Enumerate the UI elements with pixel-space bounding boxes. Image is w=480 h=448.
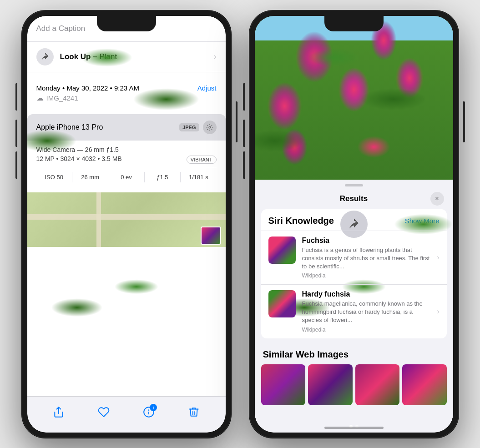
fuchsia-name: Fuchsia bbox=[302, 237, 430, 245]
knowledge-item-fuchsia[interactable]: Fuchsia Fuchsia is a genus of flowering … bbox=[261, 231, 447, 285]
toolbar: i bbox=[27, 396, 226, 433]
phone-1: Add a Caption Look Up – Plant › bbox=[22, 10, 231, 438]
hardy-thumbnail bbox=[268, 290, 296, 317]
fuchsia-chevron-icon: › bbox=[437, 253, 439, 262]
knowledge-item-hardy[interactable]: Hardy fuchsia Fuchsia magellanica, commo… bbox=[261, 284, 447, 338]
phone-2: Results × Siri Knowledge Show More bbox=[249, 10, 459, 438]
info-button[interactable]: i bbox=[139, 402, 159, 422]
hardy-desc: Fuchsia magellanica, commonly known as t… bbox=[302, 300, 430, 325]
share-button[interactable] bbox=[49, 402, 69, 422]
fuchsia-desc: Fuchsia is a genus of flowering plants t… bbox=[302, 246, 430, 271]
fuchsia-text: Fuchsia Fuchsia is a genus of flowering … bbox=[302, 237, 440, 279]
map-section[interactable] bbox=[27, 192, 226, 247]
hardy-text: Hardy fuchsia Fuchsia magellanica, commo… bbox=[302, 290, 440, 333]
notch bbox=[97, 16, 156, 31]
home-bar-2 bbox=[324, 427, 384, 429]
notch-2 bbox=[324, 16, 384, 31]
fuchsia-thumbnail bbox=[268, 237, 296, 264]
photo-view-2[interactable] bbox=[255, 16, 453, 180]
hardy-name: Hardy fuchsia bbox=[302, 290, 430, 298]
fuchsia-source: Wikipedia bbox=[302, 272, 430, 279]
hardy-chevron-icon: › bbox=[437, 307, 439, 316]
hardy-source: Wikipedia bbox=[302, 327, 430, 333]
trash-button[interactable] bbox=[184, 402, 204, 422]
info-badge: i bbox=[150, 404, 157, 411]
heart-button[interactable] bbox=[94, 402, 114, 422]
